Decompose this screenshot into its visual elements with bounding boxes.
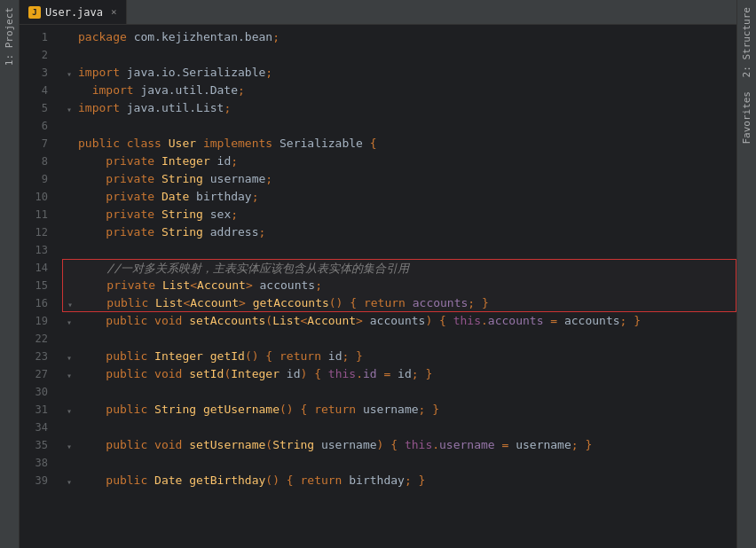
editor-container: J User.java × 12345678910111213141516192… (20, 0, 736, 548)
fold-marker-35[interactable]: ▾ (62, 438, 76, 452)
line-number-22: 22 (20, 330, 55, 348)
line-number-19: 19 (20, 312, 55, 330)
line-number-34: 34 (20, 419, 55, 436)
fold-marker-31[interactable]: ▾ (62, 403, 76, 417)
line-number-35: 35 (20, 436, 55, 454)
code-line-10: private Date birthday; (62, 188, 736, 206)
code-line-39: ▾ public Date getBirthday() { return bir… (62, 472, 736, 489)
line-number-11: 11 (20, 206, 55, 223)
code-line-3: ▾import java.io.Serializable; (62, 64, 736, 82)
line-number-4: 4 (20, 82, 55, 99)
line-number-10: 10 (20, 188, 55, 206)
code-line-1: package com.kejizhentan.bean; (62, 28, 736, 46)
line-number-14: 14 (20, 259, 55, 277)
fold-marker-5[interactable]: ▾ (62, 101, 76, 115)
code-line-14: //一对多关系映射，主表实体应该包含从表实体的集合引用 (62, 259, 736, 277)
line-number-30: 30 (20, 383, 55, 401)
line-number-8: 8 (20, 153, 55, 170)
tab-close-button[interactable]: × (111, 6, 117, 18)
fold-marker-16[interactable]: ▾ (63, 296, 77, 310)
code-line-30 (62, 383, 736, 401)
fold-marker-23[interactable]: ▾ (62, 349, 76, 364)
code-line-19: ▾ public void setAccounts(List<Account> … (62, 312, 736, 330)
code-line-12: private String address; (62, 223, 736, 241)
sidebar-tab-project[interactable]: 1: Project (1, 0, 18, 73)
tab-bar: J User.java × (20, 0, 736, 25)
code-content: package com.kejizhentan.bean;▾import jav… (55, 25, 736, 548)
code-line-8: private Integer id; (62, 153, 736, 170)
line-number-9: 9 (20, 170, 55, 188)
code-line-6 (62, 117, 736, 135)
code-line-13 (62, 241, 736, 259)
sidebar-right: 2: Structure Favorites (736, 0, 756, 548)
code-area[interactable]: 1234567891011121314151619222327303134353… (20, 25, 736, 548)
code-line-16: ▾ public List<Account> getAccounts() { r… (62, 294, 736, 312)
code-line-9: private String username; (62, 170, 736, 188)
fold-marker-19[interactable]: ▾ (62, 314, 76, 328)
line-number-15: 15 (20, 277, 55, 294)
code-line-38 (62, 454, 736, 472)
sidebar-left: 1: Project (0, 0, 20, 548)
code-line-2 (62, 46, 736, 64)
line-numbers: 1234567891011121314151619222327303134353… (20, 25, 55, 548)
tab-filename: User.java (45, 6, 103, 19)
line-number-2: 2 (20, 46, 55, 64)
line-number-27: 27 (20, 365, 55, 383)
line-number-12: 12 (20, 223, 55, 241)
code-line-31: ▾ public String getUsername() { return u… (62, 401, 736, 419)
code-line-34 (62, 419, 736, 436)
code-line-7: public class User implements Serializabl… (62, 135, 736, 153)
sidebar-tab-structure[interactable]: 2: Structure (738, 0, 755, 84)
fold-marker-27[interactable]: ▾ (62, 367, 76, 381)
line-number-31: 31 (20, 401, 55, 419)
line-number-38: 38 (20, 454, 55, 472)
code-line-11: private String sex; (62, 206, 736, 223)
line-number-23: 23 (20, 348, 55, 365)
line-number-7: 7 (20, 135, 55, 153)
line-number-1: 1 (20, 28, 55, 46)
code-line-5: ▾import java.util.List; (62, 99, 736, 117)
fold-marker-3[interactable]: ▾ (62, 66, 76, 80)
fold-marker-39[interactable]: ▾ (62, 474, 76, 488)
java-file-icon: J (28, 6, 41, 19)
code-line-23: ▾ public Integer getId() { return id; } (62, 348, 736, 365)
code-line-15: private List<Account> accounts; (62, 277, 736, 294)
sidebar-tab-favorites[interactable]: Favorites (738, 84, 755, 152)
line-number-13: 13 (20, 241, 55, 259)
line-number-6: 6 (20, 117, 55, 135)
tab-user-java[interactable]: J User.java × (20, 0, 127, 24)
code-line-4: import java.util.Date; (62, 82, 736, 99)
code-line-35: ▾ public void setUsername(String usernam… (62, 436, 736, 454)
line-number-16: 16 (20, 294, 55, 312)
line-number-39: 39 (20, 472, 55, 489)
code-line-22 (62, 330, 736, 348)
code-line-27: ▾ public void setId(Integer id) { this.i… (62, 365, 736, 383)
line-number-5: 5 (20, 99, 55, 117)
line-number-3: 3 (20, 64, 55, 82)
